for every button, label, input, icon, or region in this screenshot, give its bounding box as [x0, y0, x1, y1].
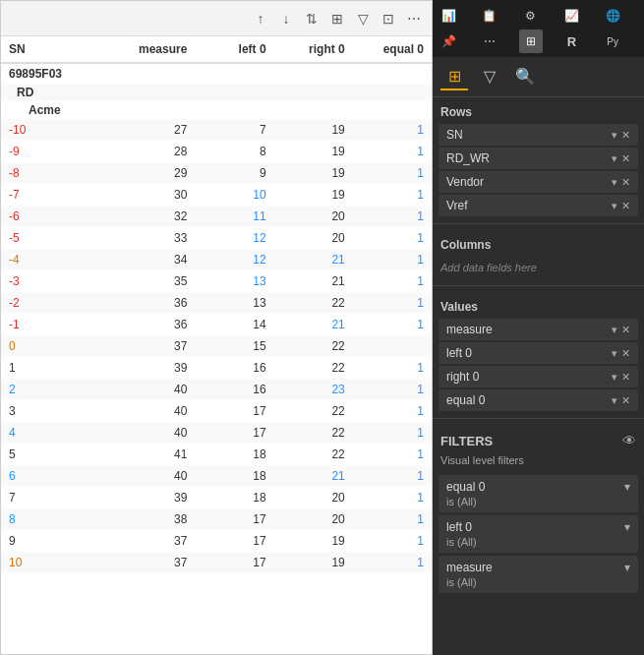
field-vref[interactable]: Vref ▾ ✕ [439, 195, 638, 216]
field-vendor[interactable]: Vendor ▾ ✕ [439, 171, 638, 193]
filter-measure-value: is (All) [446, 576, 630, 588]
value-equal0-remove[interactable]: ✕ [621, 394, 630, 407]
table-row[interactable]: 0 37 15 22 [1, 335, 432, 357]
cell-measure: 37 [101, 552, 195, 573]
table-row[interactable]: 10 37 17 19 1 [1, 552, 432, 573]
table-row[interactable]: -3 35 13 21 1 [1, 270, 432, 292]
cell-right: 20 [274, 508, 353, 530]
value-equal0-dropdown[interactable]: ▾ [612, 394, 617, 407]
filter-measure-name: measure [446, 561, 624, 574]
table-row[interactable]: -2 36 13 22 1 [1, 292, 432, 314]
table-row[interactable]: -7 30 10 19 1 [1, 184, 432, 206]
value-equal0[interactable]: equal 0 ▾ ✕ [439, 389, 638, 411]
python-icon[interactable]: Py [601, 30, 624, 53]
pin-icon[interactable]: 📌 [437, 30, 460, 53]
filter-equal0-chevron[interactable]: ▾ [624, 480, 630, 494]
filter-left0[interactable]: left 0 ▾ is (All) [439, 515, 638, 553]
field-sn-dropdown[interactable]: ▾ [612, 129, 617, 142]
table-row[interactable]: 2 40 16 23 1 [1, 379, 432, 400]
filter-icon[interactable]: ▽ [353, 9, 373, 29]
table-row[interactable]: 4 40 17 22 1 [1, 422, 432, 444]
table-row[interactable]: 5 41 18 22 1 [1, 444, 432, 465]
filter-measure[interactable]: measure ▾ is (All) [439, 556, 638, 593]
value-measure-remove[interactable]: ✕ [621, 324, 630, 336]
col-header-left[interactable]: left 0 [195, 36, 273, 63]
sort-both-icon[interactable]: ⇅ [302, 9, 322, 29]
cell-left: 17 [195, 552, 273, 573]
field-vendor-dropdown[interactable]: ▾ [612, 176, 617, 189]
cell-equal: 1 [353, 400, 432, 422]
cell-equal: 1 [353, 141, 432, 162]
filter-visibility-btn[interactable]: 👁 [622, 433, 636, 448]
table-icon[interactable]: 📋 [478, 4, 501, 28]
cell-measure: 41 [101, 444, 195, 465]
table-row[interactable]: 7 39 18 20 1 [1, 487, 432, 508]
value-left0-remove[interactable]: ✕ [621, 347, 630, 360]
gauge-icon[interactable]: ⚙ [519, 4, 543, 28]
value-right0-dropdown[interactable]: ▾ [612, 371, 617, 384]
sort-asc-icon[interactable]: ↑ [251, 9, 270, 29]
table-row[interactable]: 1 39 16 22 1 [1, 357, 432, 379]
value-right0-label: right 0 [446, 370, 612, 384]
table-row[interactable]: 8 38 17 20 1 [1, 508, 432, 530]
table-row[interactable]: -8 29 9 19 1 [1, 162, 432, 184]
cell-left: 18 [195, 465, 273, 487]
cell-sn: 8 [1, 508, 101, 530]
tab-fields[interactable]: ⊞ [440, 63, 468, 90]
grid-view-icon[interactable]: ⊞ [519, 30, 543, 53]
filter-measure-chevron[interactable]: ▾ [624, 561, 630, 574]
value-measure[interactable]: measure ▾ ✕ [439, 319, 638, 340]
filter-left0-chevron[interactable]: ▾ [624, 520, 630, 534]
cell-sn: 4 [1, 422, 101, 444]
table-row[interactable]: 3 40 17 22 1 [1, 400, 432, 422]
divider-2 [433, 285, 644, 286]
field-rdwr-dropdown[interactable]: ▾ [612, 152, 617, 165]
cell-sn: -5 [1, 227, 101, 249]
field-vref-dropdown[interactable]: ▾ [612, 200, 617, 212]
rows-section-label: Rows [433, 97, 644, 123]
field-vendor-remove[interactable]: ✕ [621, 176, 630, 189]
cell-sn: 0 [1, 335, 101, 357]
value-left0-dropdown[interactable]: ▾ [612, 347, 617, 360]
value-right0-remove[interactable]: ✕ [621, 371, 630, 384]
line-chart-icon[interactable]: 📈 [559, 4, 583, 28]
col-header-measure[interactable]: measure [101, 36, 195, 63]
r-icon[interactable]: R [559, 30, 583, 53]
table-container[interactable]: SN measure left 0 right 0 equal 0 69895F… [1, 36, 432, 654]
divider-1 [433, 223, 644, 224]
col-header-sn[interactable]: SN [1, 36, 101, 63]
table-row[interactable]: -10 27 7 19 1 [1, 119, 432, 141]
chart-icon[interactable]: 📊 [437, 4, 460, 28]
more-dots-icon[interactable]: ⋯ [478, 30, 501, 53]
globe-icon[interactable]: 🌐 [601, 4, 624, 28]
field-sn[interactable]: SN ▾ ✕ [439, 124, 638, 146]
table-row[interactable]: -5 33 12 20 1 [1, 227, 432, 249]
value-right0[interactable]: right 0 ▾ ✕ [439, 366, 638, 387]
filter-equal0[interactable]: equal 0 ▾ is (All) [439, 475, 638, 512]
table-row[interactable]: -1 36 14 21 1 [1, 314, 432, 335]
value-left0[interactable]: left 0 ▾ ✕ [439, 342, 638, 364]
cell-left: 17 [195, 530, 273, 552]
field-sn-remove[interactable]: ✕ [621, 129, 630, 142]
field-vref-remove[interactable]: ✕ [621, 200, 630, 212]
table-row[interactable]: -4 34 12 21 1 [1, 249, 432, 270]
col-header-right[interactable]: right 0 [274, 36, 353, 63]
tab-filter[interactable]: ▽ [476, 63, 503, 90]
table-row[interactable]: -9 28 8 19 1 [1, 141, 432, 162]
tab-search[interactable]: 🔍 [511, 63, 539, 90]
value-left0-label: left 0 [446, 346, 612, 360]
expand-icon[interactable]: ⊞ [327, 9, 347, 29]
sort-desc-icon[interactable]: ↓ [276, 9, 296, 29]
col-header-equal[interactable]: equal 0 [353, 36, 432, 63]
table-row[interactable]: 9 37 17 19 1 [1, 530, 432, 552]
field-rdwr[interactable]: RD_WR ▾ ✕ [439, 148, 638, 169]
field-rdwr-remove[interactable]: ✕ [621, 152, 630, 165]
cell-right: 19 [274, 119, 353, 141]
cell-equal: 1 [353, 119, 432, 141]
more-icon[interactable]: ⋯ [404, 9, 424, 29]
table-row[interactable]: -6 32 11 20 1 [1, 206, 432, 227]
layout-icon[interactable]: ⊡ [379, 9, 398, 29]
cell-sn: 1 [1, 357, 101, 379]
value-measure-dropdown[interactable]: ▾ [612, 324, 617, 336]
table-row[interactable]: 6 40 18 21 1 [1, 465, 432, 487]
